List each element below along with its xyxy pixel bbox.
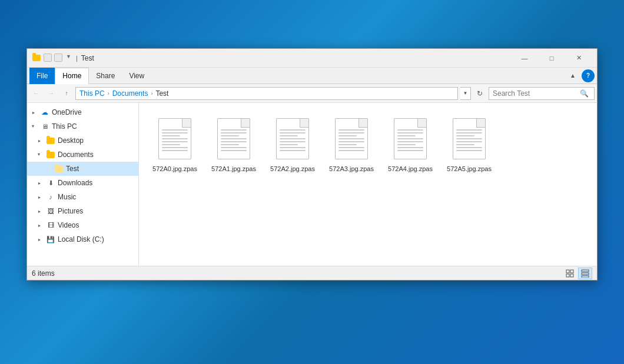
sidebar-item-desktop[interactable]: ► Desktop [27, 133, 138, 148]
sidebar-item-videos[interactable]: ► 🎞 Videos [27, 218, 138, 232]
list-view-button[interactable] [578, 268, 592, 279]
forward-button[interactable]: → [45, 87, 58, 100]
sidebar-label-this-pc: This PC [52, 122, 77, 131]
expand-arrow-videos: ► [35, 221, 44, 229]
sidebar-label-local-disk: Local Disk (C:) [58, 235, 104, 243]
search-input[interactable] [489, 89, 577, 98]
address-dropdown[interactable]: ▼ [460, 87, 471, 100]
tab-view[interactable]: View [122, 68, 151, 84]
main-area: ► ☁ OneDrive ► 🖥 This PC ► Desktop ► Doc… [27, 103, 597, 266]
file-name: 572A3.jpg.zpas [329, 165, 374, 173]
tab-home[interactable]: Home [55, 68, 89, 84]
refresh-button[interactable]: ↻ [473, 87, 486, 100]
expand-arrow-onedrive: ► [29, 108, 38, 116]
expand-arrow-music: ► [35, 193, 44, 201]
documents-icon [46, 150, 55, 159]
window-folder-icon [32, 54, 41, 63]
tab-share[interactable]: Share [89, 68, 122, 84]
address-bar: ← → ↑ This PC › Documents › Test ▼ ↻ 🔍 [27, 84, 597, 103]
ribbon-collapse-btn[interactable]: ▲ [566, 69, 579, 82]
svg-rect-1 [570, 270, 573, 273]
item-count: 6 items [32, 269, 55, 278]
local-disk-icon: 💾 [46, 235, 55, 244]
minimize-button[interactable]: — [511, 49, 538, 68]
file-item[interactable]: 572A5.jpg.zpas [443, 112, 496, 176]
file-item[interactable]: 572A0.jpg.zpas [148, 112, 201, 176]
file-icon-large [215, 115, 253, 162]
file-name: 572A1.jpg.zpas [211, 165, 256, 173]
quick-access-btn2[interactable] [54, 54, 62, 62]
back-button[interactable]: ← [29, 87, 42, 100]
file-icon-large [156, 115, 194, 162]
pictures-icon: 🖼 [46, 206, 55, 216]
file-icon-large [274, 115, 311, 162]
tab-file[interactable]: File [29, 68, 55, 84]
file-page [394, 118, 427, 159]
search-icon[interactable]: 🔍 [577, 87, 590, 100]
sidebar-label-desktop: Desktop [58, 136, 84, 145]
file-page [276, 118, 309, 159]
expand-arrow-documents: ► [35, 151, 44, 159]
address-path[interactable]: This PC › Documents › Test [75, 87, 458, 100]
path-documents[interactable]: Documents [112, 89, 148, 98]
file-item[interactable]: 572A2.jpg.zpas [266, 112, 319, 176]
title-bar: ▼ | Test — □ ✕ [27, 49, 597, 68]
this-pc-icon: 🖥 [40, 122, 49, 131]
file-page [453, 118, 486, 159]
file-item[interactable]: 572A1.jpg.zpas [207, 112, 260, 176]
file-page [217, 118, 250, 159]
path-this-pc[interactable]: This PC [79, 89, 105, 98]
quick-access-btn1[interactable] [44, 54, 52, 62]
file-icon-large [450, 115, 488, 162]
up-button[interactable]: ↑ [60, 87, 73, 100]
path-test[interactable]: Test [155, 89, 168, 98]
file-page [158, 118, 191, 159]
sidebar-item-test[interactable]: ► Test [27, 162, 138, 176]
file-page [335, 118, 368, 159]
onedrive-icon: ☁ [40, 108, 49, 117]
grid-view-button[interactable] [563, 268, 577, 279]
sidebar-item-pictures[interactable]: ► 🖼 Pictures [27, 204, 138, 218]
music-icon: ♪ [46, 192, 55, 202]
file-item[interactable]: 572A4.jpg.zpas [384, 112, 437, 176]
file-item[interactable]: 572A3.jpg.zpas [325, 112, 378, 176]
ribbon: File Home Share View ▲ ? [27, 68, 597, 84]
window-title: Test [81, 54, 511, 62]
file-icon-large [391, 115, 429, 162]
sidebar-label-onedrive: OneDrive [52, 108, 82, 116]
expand-arrow-this-pc: ► [29, 122, 38, 131]
sidebar-label-test: Test [66, 165, 79, 173]
sidebar-item-local-disk[interactable]: ► 💾 Local Disk (C:) [27, 232, 138, 246]
sidebar-label-music: Music [58, 193, 76, 201]
expand-arrow-desktop: ► [35, 136, 44, 145]
window-controls: — □ ✕ [511, 49, 592, 68]
search-box[interactable]: 🔍 [489, 87, 595, 100]
sidebar-item-this-pc[interactable]: ► 🖥 This PC [27, 119, 138, 133]
maximize-button[interactable]: □ [538, 49, 565, 68]
file-name: 572A4.jpg.zpas [388, 165, 433, 173]
videos-icon: 🎞 [46, 221, 55, 230]
sidebar-item-documents[interactable]: ► Documents [27, 148, 138, 162]
view-controls [563, 268, 592, 279]
svg-rect-2 [566, 274, 569, 277]
path-segment: This PC › Documents › Test [79, 89, 168, 98]
close-button[interactable]: ✕ [565, 49, 592, 68]
file-icon-large [333, 115, 370, 162]
sidebar-item-onedrive[interactable]: ► ☁ OneDrive [27, 105, 138, 119]
svg-rect-6 [582, 276, 589, 278]
sidebar: ► ☁ OneDrive ► 🖥 This PC ► Desktop ► Doc… [27, 103, 139, 266]
file-name: 572A2.jpg.zpas [270, 165, 315, 173]
svg-rect-0 [566, 270, 569, 273]
svg-rect-3 [570, 274, 573, 277]
ribbon-help-btn[interactable]: ? [582, 69, 595, 82]
file-name: 572A0.jpg.zpas [152, 165, 197, 173]
sidebar-label-downloads: Downloads [58, 179, 92, 187]
downloads-icon: ⬇ [46, 178, 55, 188]
svg-rect-4 [582, 270, 589, 272]
expand-arrow-downloads: ► [35, 179, 44, 187]
sidebar-item-music[interactable]: ► ♪ Music [27, 190, 138, 204]
sidebar-label-pictures: Pictures [58, 207, 83, 215]
test-folder-icon [54, 164, 64, 173]
sidebar-item-downloads[interactable]: ► ⬇ Downloads [27, 176, 138, 190]
content-area: 572A0.jpg.zpas 572A1.jpg.zpas 572A2.jpg.… [139, 103, 597, 266]
